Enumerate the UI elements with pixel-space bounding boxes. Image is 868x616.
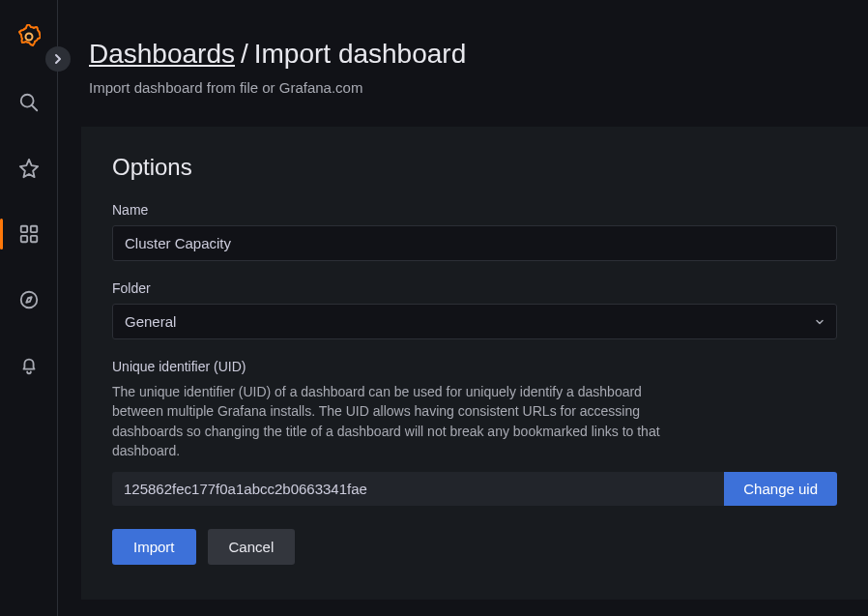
star-icon <box>18 158 40 179</box>
expand-sidebar-button[interactable] <box>45 46 71 72</box>
cancel-button[interactable]: Cancel <box>208 529 296 565</box>
search-icon <box>18 92 40 113</box>
compass-icon <box>18 289 40 310</box>
name-field: Name <box>112 202 837 261</box>
svg-rect-4 <box>30 226 36 232</box>
svg-rect-5 <box>20 236 26 242</box>
svg-point-0 <box>25 34 32 41</box>
name-label: Name <box>112 202 837 218</box>
section-title: Options <box>112 154 837 181</box>
folder-select-value[interactable] <box>112 304 837 339</box>
folder-select[interactable] <box>112 304 837 339</box>
options-panel: Options Name Folder Unique identifier (U… <box>81 127 868 600</box>
page-header: Dashboards/Import dashboard Import dashb… <box>58 0 868 123</box>
nav-alerting[interactable] <box>10 346 48 385</box>
folder-label: Folder <box>112 280 837 296</box>
nav-search[interactable] <box>10 83 48 122</box>
name-input[interactable] <box>112 225 837 261</box>
nav-explore[interactable] <box>10 280 48 319</box>
svg-rect-6 <box>30 236 36 242</box>
uid-row: Change uid <box>112 472 837 506</box>
import-button[interactable]: Import <box>112 529 196 565</box>
change-uid-button[interactable]: Change uid <box>724 472 837 506</box>
uid-field: Unique identifier (UID) The unique ident… <box>112 359 837 506</box>
grafana-logo[interactable] <box>10 17 48 56</box>
uid-label: Unique identifier (UID) <box>112 359 837 374</box>
bell-icon <box>18 355 40 376</box>
breadcrumb: Dashboards/Import dashboard <box>89 39 837 70</box>
nav-dashboards[interactable] <box>10 215 48 253</box>
uid-input[interactable] <box>112 472 724 506</box>
svg-line-2 <box>31 105 37 111</box>
main-content: Dashboards/Import dashboard Import dashb… <box>58 0 868 616</box>
dashboards-icon <box>18 223 40 245</box>
breadcrumb-separator: / <box>241 39 248 69</box>
svg-point-7 <box>20 292 37 308</box>
uid-help-text: The unique identifier (UID) of a dashboa… <box>112 382 673 460</box>
grafana-logo-icon <box>17 24 41 49</box>
breadcrumb-current: Import dashboard <box>254 39 466 69</box>
folder-field: Folder <box>112 280 837 339</box>
svg-rect-3 <box>20 226 26 232</box>
breadcrumb-root-link[interactable]: Dashboards <box>89 39 235 69</box>
form-actions: Import Cancel <box>112 529 837 565</box>
nav-starred[interactable] <box>10 149 48 188</box>
page-subtitle: Import dashboard from file or Grafana.co… <box>89 79 837 96</box>
left-sidebar <box>0 0 58 616</box>
chevron-right-icon <box>52 53 64 65</box>
